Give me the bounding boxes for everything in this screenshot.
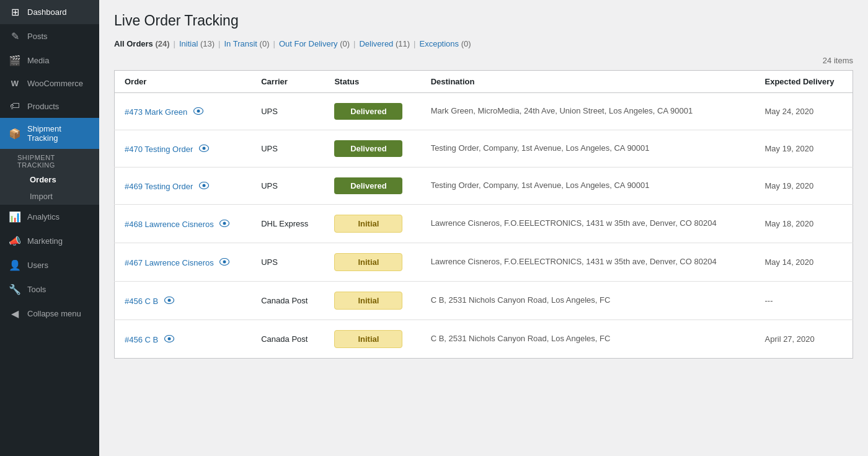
marketing-icon: 📣	[9, 235, 21, 247]
destination-text: C B, 2531 Nichols Canyon Road, Los Angel…	[431, 334, 611, 343]
order-link[interactable]: #467 Lawrence Cisneros	[125, 258, 214, 267]
col-order: Order	[115, 71, 252, 93]
filter-bar: All Orders (24) | Initial (13) | In Tran…	[114, 39, 853, 48]
eye-icon[interactable]	[219, 219, 229, 229]
sidebar-item-label: Analytics	[27, 212, 60, 221]
svg-point-1	[197, 109, 200, 112]
sidebar-sub-item-orders[interactable]: Orders	[9, 171, 99, 188]
filter-sep-2: |	[218, 39, 220, 48]
order-link[interactable]: #469 Testing Order	[125, 182, 193, 191]
col-carrier: Carrier	[251, 71, 324, 93]
filter-sep-4: |	[353, 39, 355, 48]
carrier-cell: UPS	[251, 130, 324, 168]
media-icon: 🎬	[9, 55, 21, 66]
destination-text: C B, 2531 Nichols Canyon Road, Los Angel…	[431, 295, 611, 305]
carrier-cell: Canada Post	[251, 282, 324, 320]
sidebar-item-shipment-tracking[interactable]: 📦 Shipment Tracking	[0, 118, 99, 149]
tools-icon: 🔧	[9, 284, 21, 295]
eye-icon[interactable]	[193, 107, 203, 117]
sidebar-sub-item-import[interactable]: Import	[9, 188, 99, 205]
collapse-icon: ◀	[9, 308, 21, 320]
filter-all-orders[interactable]: All Orders (24)	[114, 39, 170, 48]
filter-all-label: All Orders	[114, 39, 153, 48]
filter-delivered[interactable]: Delivered (11)	[359, 39, 410, 48]
filter-exceptions[interactable]: Exceptions (0)	[419, 39, 471, 48]
svg-point-13	[167, 337, 170, 340]
woocommerce-icon: W	[9, 79, 21, 88]
sidebar-item-users[interactable]: 👤 Users	[0, 253, 99, 277]
destination-cell: Lawrence Cisneros, F.O.EELECTRONICS, 143…	[421, 243, 755, 282]
status-cell: Delivered	[324, 168, 420, 205]
delivery-date: May 19, 2020	[765, 181, 814, 190]
table-row: #456 C B Canada Post Initial C B, 2531 N…	[115, 320, 853, 359]
sidebar-item-collapse[interactable]: ◀ Collapse menu	[0, 302, 99, 326]
col-expected-delivery: Expected Delivery	[755, 71, 853, 93]
filter-initial[interactable]: Initial (13)	[179, 39, 215, 48]
eye-icon[interactable]	[164, 334, 174, 344]
sidebar-item-dashboard[interactable]: ⊞ Dashboard	[0, 0, 99, 24]
order-cell: #456 C B	[115, 282, 252, 320]
destination-text: Testing Order, Company, 1st Avenue, Los …	[431, 181, 650, 190]
status-cell: Initial	[324, 205, 420, 243]
sidebar-item-marketing[interactable]: 📣 Marketing	[0, 229, 99, 253]
sidebar-item-label: Media	[27, 56, 49, 65]
destination-cell: C B, 2531 Nichols Canyon Road, Los Angel…	[421, 282, 755, 320]
col-destination: Destination	[421, 71, 755, 93]
carrier-cell: DHL Express	[251, 205, 324, 243]
filter-sep-5: |	[414, 39, 415, 48]
filter-initial-label: Initial	[179, 39, 198, 48]
order-link[interactable]: #470 Testing Order	[125, 145, 193, 154]
eye-icon[interactable]	[199, 181, 209, 191]
status-badge: Initial	[334, 215, 402, 233]
order-cell: #470 Testing Order	[115, 130, 252, 168]
order-cell: #468 Lawrence Cisneros	[115, 205, 252, 243]
delivery-date: ---	[765, 296, 773, 305]
users-icon: 👤	[9, 259, 21, 271]
destination-cell: Testing Order, Company, 1st Avenue, Los …	[421, 168, 755, 205]
svg-point-5	[202, 184, 205, 187]
sidebar-item-posts[interactable]: ✎ Posts	[0, 24, 99, 48]
carrier-cell: Canada Post	[251, 320, 324, 359]
eye-icon[interactable]	[164, 296, 174, 306]
delivery-cell: May 14, 2020	[755, 243, 853, 282]
order-link[interactable]: #473 Mark Green	[125, 107, 187, 117]
order-link[interactable]: #468 Lawrence Cisneros	[125, 220, 214, 229]
status-badge: Delivered	[334, 177, 402, 194]
status-cell: Delivered	[324, 130, 420, 168]
order-link[interactable]: #456 C B	[125, 335, 158, 344]
sidebar-item-media[interactable]: 🎬 Media	[0, 48, 99, 73]
filter-in-transit[interactable]: In Transit (0)	[224, 39, 270, 48]
col-status: Status	[324, 71, 420, 93]
destination-text: Mark Green, MicroMedia, 24th Ave, Union …	[431, 106, 693, 115]
eye-icon[interactable]	[199, 144, 209, 154]
filter-in-transit-count: (0)	[260, 39, 270, 48]
sidebar-item-woocommerce[interactable]: W WooCommerce	[0, 73, 99, 94]
filter-all-count: (24)	[155, 39, 169, 48]
sidebar-item-tools[interactable]: 🔧 Tools	[0, 277, 99, 302]
sidebar-item-products[interactable]: 🏷 Products	[0, 94, 99, 118]
table-row: #473 Mark Green UPS Delivered Mark Green…	[115, 93, 853, 130]
eye-icon[interactable]	[219, 257, 229, 267]
status-badge: Initial	[334, 292, 402, 310]
page-title: Live Order Tracking	[114, 12, 853, 29]
orders-table: Order Carrier Status Destination Expecte…	[114, 70, 853, 359]
filter-exceptions-label: Exceptions	[419, 39, 459, 48]
sub-section-label: Shipment Tracking	[9, 149, 99, 171]
status-cell: Initial	[324, 243, 420, 282]
order-link[interactable]: #456 C B	[125, 297, 158, 306]
status-cell: Delivered	[324, 93, 420, 130]
sidebar-item-label: Shipment Tracking	[27, 124, 91, 143]
carrier-cell: UPS	[251, 243, 324, 282]
order-cell: #456 C B	[115, 320, 252, 359]
items-count: 24 items	[114, 56, 853, 65]
filter-out-for-delivery[interactable]: Out For Delivery (0)	[279, 39, 350, 48]
status-badge: Delivered	[334, 140, 402, 157]
svg-point-3	[202, 146, 205, 150]
sidebar-item-label: Products	[27, 102, 59, 111]
filter-out-count: (0)	[340, 39, 350, 48]
svg-point-11	[167, 298, 170, 302]
sidebar-item-analytics[interactable]: 📊 Analytics	[0, 205, 99, 229]
main-content: Live Order Tracking All Orders (24) | In…	[99, 0, 868, 456]
sidebar-item-label: Posts	[27, 32, 48, 41]
sidebar: ⊞ Dashboard ✎ Posts 🎬 Media W WooCommerc…	[0, 0, 99, 456]
